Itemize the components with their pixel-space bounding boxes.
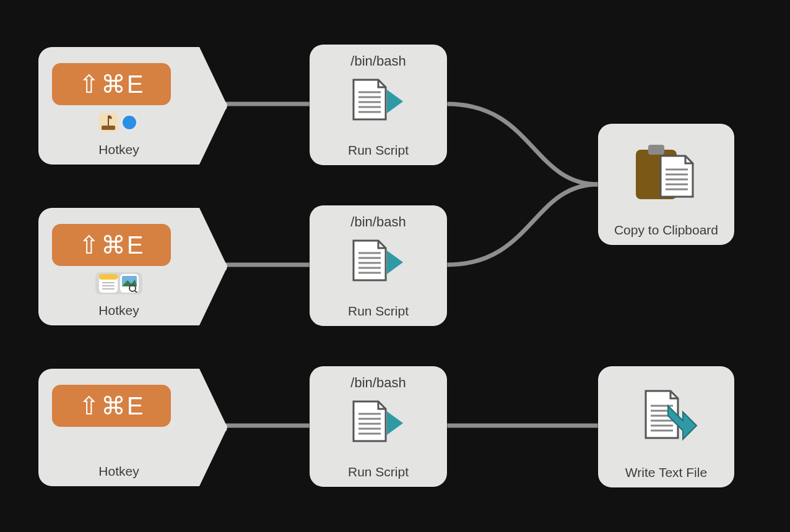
clipboard-icon	[632, 144, 700, 205]
hotkey-shortcut-badge: ⇧⌘E	[52, 63, 171, 105]
script-file-icon	[350, 399, 407, 450]
hotkey-app-icons	[38, 272, 199, 294]
notes-app-icon	[99, 274, 118, 293]
safari-app-icon	[120, 113, 139, 132]
svg-rect-1	[102, 126, 115, 130]
run-script-label: Run Script	[310, 304, 447, 319]
hotkey-shortcut-text: ⇧⌘E	[79, 231, 145, 259]
run-script-node[interactable]: /bin/bash Run Script	[310, 45, 447, 165]
run-script-header: /bin/bash	[310, 53, 447, 69]
write-text-file-node[interactable]: Write Text File	[598, 366, 734, 487]
svg-rect-10	[99, 274, 118, 280]
hotkey-pointer-icon	[199, 369, 229, 486]
write-file-icon	[632, 386, 700, 448]
hotkey-trigger-node[interactable]: ⇧⌘E Hotkey	[38, 369, 199, 486]
run-script-label: Run Script	[310, 465, 447, 479]
preview-app-icon	[120, 274, 139, 293]
hotkey-shortcut-badge: ⇧⌘E	[52, 224, 171, 266]
run-script-node[interactable]: /bin/bash Run Script	[310, 205, 447, 326]
run-script-header: /bin/bash	[310, 375, 447, 391]
svg-rect-24	[648, 145, 664, 155]
copy-to-clipboard-label: Copy to Clipboard	[598, 223, 734, 238]
hotkey-shortcut-badge: ⇧⌘E	[52, 385, 171, 427]
hotkey-pointer-icon	[199, 47, 229, 165]
run-script-label: Run Script	[310, 143, 447, 158]
hotkey-shortcut-text: ⇧⌘E	[79, 70, 145, 98]
svg-point-3	[123, 116, 136, 129]
hotkey-label: Hotkey	[38, 303, 199, 318]
script-file-icon	[350, 77, 407, 128]
hotkey-label: Hotkey	[38, 464, 199, 479]
hotkey-label: Hotkey	[38, 142, 199, 157]
hotkey-app-icons	[38, 111, 199, 134]
hotkey-trigger-node[interactable]: ⇧⌘E Hotkey	[38, 47, 199, 165]
run-script-node[interactable]: /bin/bash Run Script	[310, 366, 447, 487]
script-file-icon	[350, 238, 407, 289]
hotkey-pointer-icon	[199, 208, 229, 325]
copy-to-clipboard-node[interactable]: Copy to Clipboard	[598, 124, 734, 245]
hotkey-trigger-node[interactable]: ⇧⌘E Hotkey	[38, 208, 199, 325]
garageband-app-icon	[99, 113, 118, 132]
hotkey-shortcut-text: ⇧⌘E	[79, 392, 145, 420]
workflow-canvas: ⇧⌘E Hotkey /bin/bash	[0, 0, 790, 532]
run-script-header: /bin/bash	[310, 214, 447, 230]
write-text-file-label: Write Text File	[598, 465, 734, 480]
